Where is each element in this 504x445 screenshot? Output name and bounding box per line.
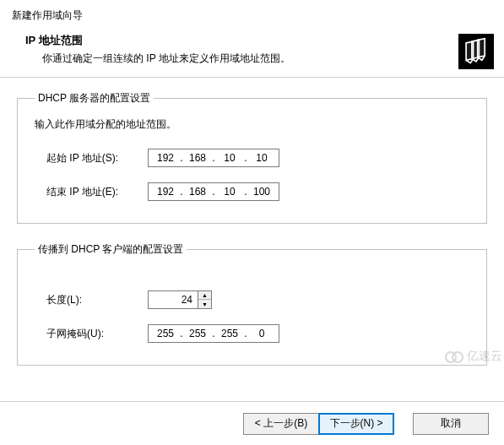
ip-octet[interactable]: 10: [216, 186, 243, 198]
ip-octet[interactable]: 255: [152, 328, 179, 339]
wizard-icon: [458, 34, 494, 69]
spinner-up-icon[interactable]: ▲: [198, 291, 211, 300]
subnet-mask-input[interactable]: 255 . 255 . 255 . 0: [148, 324, 279, 343]
ip-octet[interactable]: 192: [152, 152, 179, 164]
page-subtitle-desc: 你通过确定一组连续的 IP 地址来定义作用域地址范围。: [42, 52, 492, 66]
end-ip-input[interactable]: 192 . 168 . 10 . 100: [148, 182, 279, 201]
spinner-down-icon[interactable]: ▼: [198, 300, 211, 308]
next-button[interactable]: 下一步(N) >: [318, 413, 394, 435]
back-button[interactable]: < 上一步(B): [243, 413, 319, 435]
server-config-group: DHCP 服务器的配置设置 输入此作用域分配的地址范围。 起始 IP 地址(S)…: [17, 91, 487, 224]
cancel-button[interactable]: 取消: [413, 413, 489, 435]
client-config-group: 传播到 DHCP 客户端的配置设置 长度(L): 24 ▲ ▼ 子网掩码(U):…: [17, 242, 487, 366]
ip-octet[interactable]: 0: [248, 328, 275, 339]
server-config-legend: DHCP 服务器的配置设置: [35, 91, 154, 106]
start-ip-label: 起始 IP 地址(S):: [46, 151, 148, 166]
length-input[interactable]: 24: [148, 290, 198, 309]
server-instruction: 输入此作用域分配的地址范围。: [35, 117, 469, 132]
end-ip-label: 结束 IP 地址(E):: [46, 185, 148, 199]
ip-octet[interactable]: 255: [216, 328, 243, 339]
ip-octet[interactable]: 10: [216, 152, 243, 164]
ip-octet[interactable]: 168: [184, 152, 211, 164]
client-config-legend: 传播到 DHCP 客户端的配置设置: [35, 242, 187, 257]
button-bar: < 上一步(B) 下一步(N) > 取消: [0, 401, 504, 445]
start-ip-input[interactable]: 192 . 168 . 10 . 10: [148, 149, 279, 167]
wizard-title: 新建作用域向导: [12, 8, 492, 23]
ip-octet[interactable]: 192: [152, 186, 179, 198]
ip-octet[interactable]: 10: [248, 152, 275, 164]
ip-octet[interactable]: 255: [184, 328, 211, 339]
ip-octet[interactable]: 100: [248, 186, 275, 198]
ip-octet[interactable]: 168: [184, 186, 211, 198]
subnet-mask-label: 子网掩码(U):: [46, 327, 148, 341]
page-subtitle: IP 地址范围: [25, 33, 492, 48]
length-label: 长度(L):: [46, 293, 148, 307]
